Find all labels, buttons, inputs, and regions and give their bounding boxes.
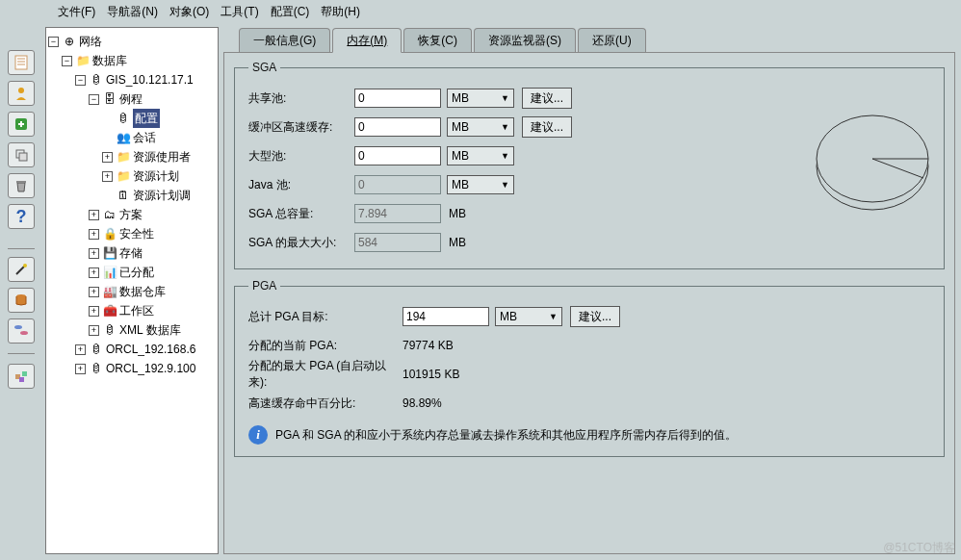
pga-hit-label: 高速缓存命中百分比: — [248, 395, 403, 412]
tab-general[interactable]: 一般信息(G) — [239, 28, 330, 53]
lock-icon: 🔒 — [102, 226, 117, 242]
pga-max-label: 分配的最大 PGA (自启动以来): — [248, 358, 403, 391]
large-pool-input[interactable] — [354, 146, 441, 165]
tree-gis[interactable]: −🛢GIS_10.121.17.1 — [48, 70, 216, 89]
pga-group: PGA 总计 PGA 目标: MB▼ 建议... 分配的当前 PGA:79774… — [234, 279, 945, 457]
tool-report-icon[interactable] — [8, 50, 35, 75]
tree-security[interactable]: +🔒安全性 — [48, 224, 216, 243]
schedule-icon: 🗓 — [116, 188, 131, 203]
java-pool-label: Java 池: — [248, 177, 354, 193]
sga-max-value — [354, 233, 441, 252]
tool-help-icon[interactable]: ? — [8, 204, 35, 229]
buffer-cache-advise-button[interactable]: 建议... — [522, 116, 572, 138]
svg-rect-0 — [15, 56, 27, 69]
sga-total-label: SGA 总容量: — [248, 206, 354, 222]
pga-current-label: 分配的当前 PGA: — [248, 338, 403, 354]
tree-resource-user[interactable]: +📁资源使用者 — [48, 147, 216, 166]
sga-total-unit: MB — [449, 207, 466, 220]
tab-memory[interactable]: 内存(M) — [332, 28, 402, 53]
menu-navigator[interactable]: 导航器(N) — [107, 4, 158, 19]
tree-resource-plan[interactable]: +📁资源计划 — [48, 166, 216, 186]
pga-target-unit[interactable]: MB▼ — [495, 307, 562, 326]
sga-legend: SGA — [248, 61, 280, 74]
memory-pane: SGA 共享池: MB▼ 建议... 缓冲区高速缓存: MB▼ 建议... 大型… — [223, 52, 955, 554]
shared-pool-input[interactable] — [354, 89, 441, 108]
chevron-down-icon: ▼ — [501, 122, 509, 132]
config-icon: 🛢 — [116, 111, 131, 126]
left-toolbar: ? — [0, 23, 42, 558]
buffer-cache-input[interactable] — [354, 117, 441, 137]
storage-icon: 💾 — [102, 245, 117, 261]
folder-icon: 📁 — [116, 168, 131, 184]
tree-xmldb[interactable]: +🛢XML 数据库 — [48, 320, 216, 340]
tree-orcl1[interactable]: +🛢ORCL_192.168.6 — [48, 340, 216, 359]
menu-help[interactable]: 帮助(H) — [321, 4, 360, 19]
menu-bar: 文件(F) 导航器(N) 对象(O) 工具(T) 配置(C) 帮助(H) — [0, 0, 961, 23]
sga-pie-chart — [810, 111, 935, 216]
shared-pool-unit[interactable]: MB▼ — [447, 89, 514, 108]
tree-instance[interactable]: −🗄例程 — [48, 89, 216, 109]
tool-db-icon[interactable] — [8, 288, 35, 313]
tool-wand-icon[interactable] — [8, 257, 35, 282]
tree-databases[interactable]: −📁数据库 — [48, 51, 216, 70]
svg-rect-18 — [19, 377, 24, 382]
large-pool-unit[interactable]: MB▼ — [447, 146, 514, 165]
svg-point-15 — [20, 331, 28, 335]
tool-servers-icon[interactable] — [8, 318, 35, 344]
menu-tools[interactable]: 工具(T) — [221, 4, 258, 19]
tool-add-icon[interactable] — [8, 112, 35, 137]
tool-clone-icon[interactable] — [8, 142, 35, 167]
instance-icon: 🗄 — [102, 91, 117, 107]
tool-delete-icon[interactable] — [8, 173, 35, 198]
pga-legend: PGA — [248, 279, 280, 293]
menu-file[interactable]: 文件(F) — [58, 4, 95, 19]
pga-max-value: 101915 KB — [403, 368, 459, 381]
tool-services-icon[interactable] — [8, 364, 35, 389]
info-icon: i — [248, 425, 268, 445]
tree-sessions[interactable]: 👥会话 — [48, 128, 216, 147]
sga-total-value — [354, 204, 441, 223]
svg-point-12 — [23, 264, 27, 267]
tree-orcl2[interactable]: +🛢ORCL_192.9.100 — [48, 359, 216, 378]
svg-line-11 — [16, 267, 24, 274]
dw-icon: 🏭 — [102, 284, 117, 299]
svg-rect-10 — [16, 181, 26, 183]
tree-datawarehouse[interactable]: +🏭数据仓库 — [48, 282, 216, 301]
folder-icon: 📁 — [116, 149, 131, 165]
tree-config[interactable]: 🛢配置 — [48, 109, 216, 128]
shared-pool-advise-button[interactable]: 建议... — [522, 88, 572, 109]
tab-resmon[interactable]: 资源监视器(S) — [474, 28, 576, 53]
tree-schema[interactable]: +🗂方案 — [48, 205, 216, 224]
tab-bar: 一般信息(G) 内存(M) 恢复(C) 资源监视器(S) 还原(U) — [239, 27, 955, 52]
shared-pool-label: 共享池: — [248, 90, 354, 107]
tool-user-icon[interactable] — [8, 81, 35, 106]
db-icon: 🛢 — [89, 361, 104, 376]
sga-max-unit: MB — [449, 236, 466, 249]
menu-config[interactable]: 配置(C) — [271, 4, 310, 19]
pga-advise-button[interactable]: 建议... — [570, 306, 620, 327]
tree-resource-plan-sched[interactable]: 🗓资源计划调 — [48, 186, 216, 205]
tree-storage[interactable]: +💾存储 — [48, 243, 216, 263]
content-area: 一般信息(G) 内存(M) 恢复(C) 资源监视器(S) 还原(U) SGA 共… — [221, 23, 961, 558]
chevron-down-icon: ▼ — [501, 151, 509, 161]
tree-network[interactable]: −⊕网络 — [48, 32, 216, 51]
network-icon: ⊕ — [62, 34, 77, 49]
db-icon: 🛢 — [89, 342, 104, 357]
buffer-cache-unit[interactable]: MB▼ — [447, 117, 514, 137]
pga-target-input[interactable] — [403, 307, 489, 326]
tree-allocated[interactable]: +📊已分配 — [48, 263, 216, 282]
pga-current-value: 79774 KB — [403, 339, 454, 352]
java-pool-unit[interactable]: MB▼ — [447, 175, 514, 194]
alloc-icon: 📊 — [102, 265, 117, 280]
workspace-icon: 🧰 — [102, 303, 117, 318]
menu-object[interactable]: 对象(O) — [169, 4, 209, 19]
chevron-down-icon: ▼ — [501, 180, 509, 190]
svg-point-4 — [18, 88, 24, 93]
svg-rect-17 — [22, 371, 27, 376]
chevron-down-icon: ▼ — [549, 312, 558, 321]
nav-tree: −⊕网络 −📁数据库 −🛢GIS_10.121.17.1 −🗄例程 🛢配置 👥会… — [45, 27, 219, 554]
tab-recovery[interactable]: 恢复(C) — [403, 28, 472, 53]
tree-workspace[interactable]: +🧰工作区 — [48, 301, 216, 320]
session-icon: 👥 — [116, 130, 131, 145]
tab-undo[interactable]: 还原(U) — [578, 28, 646, 53]
